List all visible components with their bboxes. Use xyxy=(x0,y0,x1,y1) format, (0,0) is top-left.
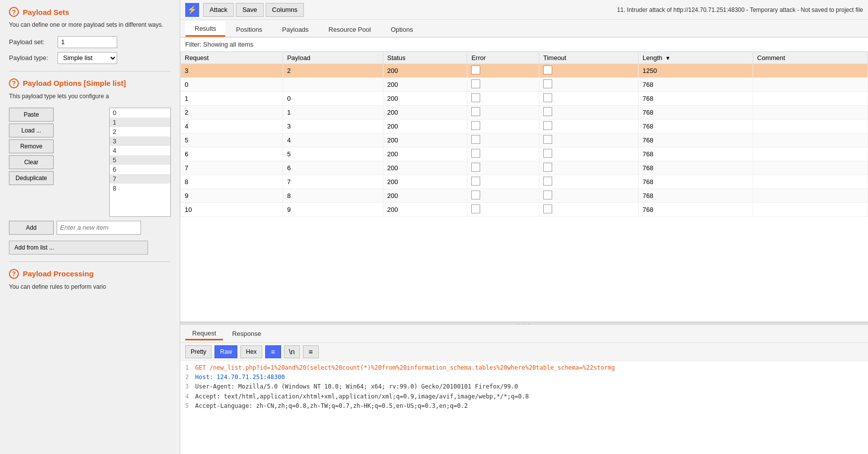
tab-request[interactable]: Request xyxy=(185,327,223,340)
table-row[interactable]: 43200768 xyxy=(181,120,868,133)
bottom-section: Request Response Pretty Raw Hex ≡ \n ≡ 1… xyxy=(180,325,868,454)
main-tabs-bar: Results Positions Payloads Resource Pool… xyxy=(180,20,868,38)
error-checkbox[interactable] xyxy=(471,107,480,116)
table-row[interactable]: 76200768 xyxy=(181,161,868,175)
table-row[interactable]: 21200768 xyxy=(181,106,868,120)
table-row[interactable]: 65200768 xyxy=(181,147,868,161)
filter-bar: Filter: Showing all items xyxy=(180,38,868,52)
table-row[interactable]: 109200768 xyxy=(181,203,868,217)
format-icon-btn-3[interactable]: ≡ xyxy=(303,345,319,358)
error-checkbox[interactable] xyxy=(471,204,480,213)
timeout-checkbox[interactable] xyxy=(543,135,552,144)
payload-sets-desc: You can define one or more payload sets … xyxy=(9,21,171,29)
req-resp-tabs: Request Response xyxy=(180,325,868,343)
payload-sets-title: Payload Sets xyxy=(23,8,69,16)
col-error[interactable]: Error xyxy=(467,52,539,64)
timeout-checkbox[interactable] xyxy=(543,107,552,116)
payload-type-label: Payload type: xyxy=(9,54,54,62)
payload-options-header: ? Payload Options [Simple list] xyxy=(9,78,171,88)
tab-results[interactable]: Results xyxy=(185,21,225,37)
payload-set-input[interactable] xyxy=(58,36,117,48)
add-item-input[interactable] xyxy=(57,221,141,235)
timeout-checkbox[interactable] xyxy=(543,65,552,74)
tab-positions[interactable]: Positions xyxy=(226,22,272,37)
error-checkbox[interactable] xyxy=(471,177,480,186)
save-button[interactable]: Save xyxy=(236,3,264,17)
right-panel: ⚡ Attack Save Columns 11. Intruder attac… xyxy=(180,0,868,454)
request-line: 2Host: 124.70.71.251:48300 xyxy=(185,373,863,382)
table-row[interactable]: 87200768 xyxy=(181,175,868,189)
error-checkbox[interactable] xyxy=(471,163,480,172)
tab-payloads[interactable]: Payloads xyxy=(273,22,318,37)
payload-sets-help-icon[interactable]: ? xyxy=(9,7,19,17)
timeout-checkbox[interactable] xyxy=(543,79,552,88)
timeout-checkbox[interactable] xyxy=(543,177,552,186)
timeout-checkbox[interactable] xyxy=(543,163,552,172)
error-checkbox[interactable] xyxy=(471,65,480,74)
error-checkbox[interactable] xyxy=(471,79,480,88)
list-item: 0 xyxy=(110,108,170,118)
columns-button[interactable]: Columns xyxy=(266,3,304,17)
hex-button[interactable]: Hex xyxy=(240,345,262,358)
tab-response[interactable]: Response xyxy=(225,328,268,339)
payload-processing-header: ? Payload Processing xyxy=(9,269,171,279)
timeout-checkbox[interactable] xyxy=(543,121,552,130)
paste-button[interactable]: Paste xyxy=(9,108,54,122)
error-checkbox[interactable] xyxy=(471,121,480,130)
col-status[interactable]: Status xyxy=(383,52,467,64)
payload-processing-desc: You can define rules to perform vario xyxy=(9,283,171,291)
timeout-checkbox[interactable] xyxy=(543,191,552,199)
left-panel: ? Payload Sets You can define one or mor… xyxy=(0,0,180,454)
raw-button[interactable]: Raw xyxy=(215,345,237,358)
results-table: Request Payload Status Error Timeout Len… xyxy=(180,52,868,217)
col-payload[interactable]: Payload xyxy=(283,52,383,64)
tab-options[interactable]: Options xyxy=(381,22,423,37)
col-timeout[interactable]: Timeout xyxy=(539,52,638,64)
table-row[interactable]: 54200768 xyxy=(181,133,868,147)
payload-sets-header: ? Payload Sets xyxy=(9,7,171,17)
request-line: 1GET /new_list.php?id=1%20and%20(select%… xyxy=(185,363,863,373)
error-checkbox[interactable] xyxy=(471,191,480,199)
list-item: 7 xyxy=(110,174,170,184)
deduplicate-button[interactable]: Deduplicate xyxy=(9,171,54,185)
payload-options-desc: This payload type lets you configure a xyxy=(9,92,171,101)
request-line: 3User-Agent: Mozilla/5.0 (Windows NT 10.… xyxy=(185,382,863,391)
col-comment[interactable]: Comment xyxy=(753,52,868,64)
table-row[interactable]: 0200768 xyxy=(181,78,868,92)
payload-type-row: Payload type: Simple list xyxy=(9,52,171,64)
col-request[interactable]: Request xyxy=(181,52,283,64)
payload-options-help-icon[interactable]: ? xyxy=(9,78,19,88)
error-checkbox[interactable] xyxy=(471,149,480,158)
remove-button[interactable]: Remove xyxy=(9,139,54,153)
request-content: 1GET /new_list.php?id=1%20and%20(select%… xyxy=(180,361,868,454)
error-checkbox[interactable] xyxy=(471,135,480,144)
top-bar: ⚡ Attack Save Columns 11. Intruder attac… xyxy=(180,0,868,20)
clear-button[interactable]: Clear xyxy=(9,155,54,169)
tab-resource-pool[interactable]: Resource Pool xyxy=(319,22,380,37)
pretty-button[interactable]: Pretty xyxy=(185,345,212,358)
payload-type-select[interactable]: Simple list xyxy=(58,52,117,64)
payload-set-label: Payload set: xyxy=(9,38,54,46)
list-item: 2 xyxy=(110,127,170,136)
table-row[interactable]: 322001250 xyxy=(181,64,868,78)
table-row[interactable]: 10200768 xyxy=(181,92,868,106)
format-icon-btn-1[interactable]: ≡ xyxy=(265,345,281,358)
format-bar: Pretty Raw Hex ≡ \n ≡ xyxy=(180,343,868,361)
table-row[interactable]: 98200768 xyxy=(181,189,868,203)
payload-options-title: Payload Options [Simple list] xyxy=(23,79,126,87)
payload-processing-help-icon[interactable]: ? xyxy=(9,269,19,279)
attack-button[interactable]: Attack xyxy=(203,3,234,17)
intruder-icon: ⚡ xyxy=(185,3,199,17)
add-from-list-button[interactable]: Add from list ... xyxy=(9,241,148,255)
timeout-checkbox[interactable] xyxy=(543,149,552,158)
list-item: 5 xyxy=(110,155,170,165)
add-button[interactable]: Add xyxy=(9,221,54,235)
error-checkbox[interactable] xyxy=(471,93,480,102)
payload-processing-title: Payload Processing xyxy=(23,269,94,278)
col-length[interactable]: Length ▼ xyxy=(639,52,753,64)
timeout-checkbox[interactable] xyxy=(543,204,552,213)
list-item: 6 xyxy=(110,165,170,174)
load-button[interactable]: Load ... xyxy=(9,124,54,137)
format-icon-btn-2[interactable]: \n xyxy=(284,345,300,358)
timeout-checkbox[interactable] xyxy=(543,93,552,102)
